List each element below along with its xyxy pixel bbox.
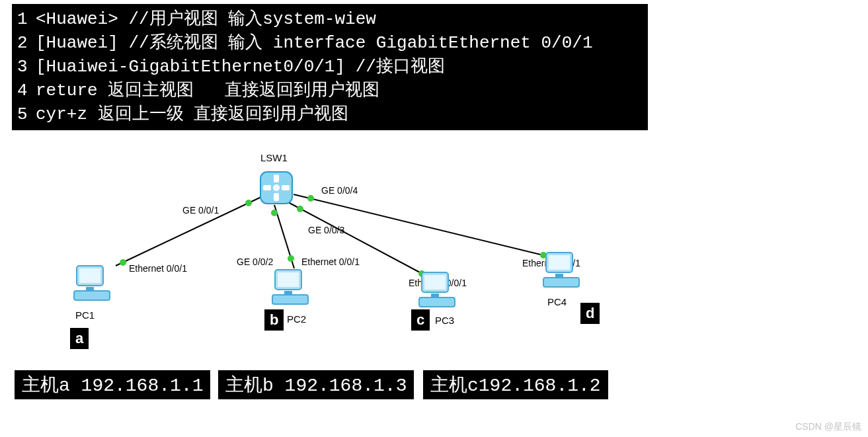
pc1-icon [73, 264, 114, 303]
code-line-2: 2[Huawei] //系统视图 输入 interface GigabitEth… [17, 32, 643, 56]
code-text-5: cyr+z 返回上一级 直接返回到用户视图 [36, 104, 348, 124]
svg-point-7 [288, 255, 294, 262]
svg-rect-27 [424, 275, 446, 290]
port-ge3: GE 0/0/3 [308, 225, 344, 235]
code-line-5: 5cyr+z 返回上一级 直接返回到用户视图 [17, 103, 643, 127]
watermark-text: CSDN @星辰镜 [795, 421, 861, 433]
code-text-1: <Huawei> //用户视图 输入system-wiew [36, 9, 376, 29]
port-ge4: GE 0/0/4 [321, 185, 358, 196]
host-a-box: 主机a 192.168.1.1 [15, 370, 210, 399]
pc3-tag: c [411, 309, 430, 331]
svg-rect-13 [274, 175, 279, 182]
svg-point-5 [120, 259, 126, 266]
svg-rect-14 [274, 193, 279, 201]
code-line-3: 3[Huaiwei-GigabitEthernet0/0/1] //接口视图 [17, 56, 643, 79]
svg-point-4 [245, 200, 252, 206]
svg-point-6 [271, 210, 278, 216]
port-eth-pc1: Ethernet 0/0/1 [129, 263, 187, 274]
pc2-icon [271, 268, 312, 307]
svg-rect-23 [278, 272, 299, 287]
svg-rect-16 [282, 185, 290, 190]
svg-point-10 [307, 195, 314, 202]
code-text-4: reture 返回主视图 直接返回到用户视图 [36, 81, 379, 100]
svg-point-17 [273, 184, 280, 191]
pc2-label: PC2 [287, 313, 306, 325]
port-eth-pc2: Ethernet 0/0/1 [301, 257, 360, 267]
svg-rect-29 [419, 298, 455, 307]
svg-rect-19 [79, 268, 100, 283]
svg-rect-31 [549, 255, 570, 270]
code-block: 1<Huawei> //用户视图 输入system-wiew 2[Huawei]… [12, 4, 648, 130]
svg-rect-25 [272, 295, 308, 304]
switch-label: LSW1 [260, 152, 288, 163]
svg-rect-33 [543, 278, 579, 287]
pc4-icon [542, 251, 583, 290]
code-text-3: [Huaiwei-GigabitEthernet0/0/1] //接口视图 [36, 57, 445, 77]
switch-icon [258, 169, 295, 206]
svg-rect-15 [263, 185, 271, 190]
pc1-tag: a [70, 328, 89, 349]
pc2-tag: b [264, 309, 284, 331]
port-ge1: GE 0/0/1 [182, 205, 219, 216]
pc4-tag: d [580, 303, 600, 324]
port-ge2: GE 0/0/2 [237, 257, 273, 267]
code-text-2: [Huawei] //系统视图 输入 interface GigabitEthe… [36, 33, 593, 53]
host-c-box: 主机c192.168.1.2 [423, 370, 608, 399]
pc3-label: PC3 [435, 315, 454, 326]
pc3-icon [418, 271, 459, 309]
pc1-label: PC1 [75, 309, 95, 321]
svg-point-8 [297, 206, 303, 212]
network-diagram: LSW1 GE 0/0/1 GE 0/0/2 GE 0/0/3 GE 0/0/4… [0, 139, 868, 423]
code-line-1: 1<Huawei> //用户视图 输入system-wiew [17, 8, 643, 32]
svg-rect-21 [74, 291, 110, 300]
pc4-label: PC4 [547, 296, 567, 307]
host-b-box: 主机b 192.168.1.3 [218, 370, 414, 399]
code-line-4: 4reture 返回主视图 直接返回到用户视图 [17, 79, 643, 103]
